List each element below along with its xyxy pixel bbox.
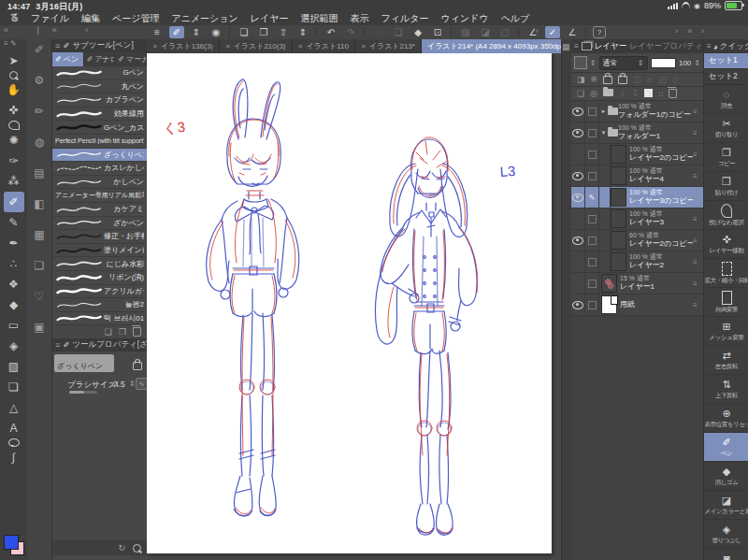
quick-item[interactable]: ◈ 塗りつぶし [704, 520, 748, 549]
brush-list-item[interactable]: 修正・お手軽カケアミ [52, 230, 147, 244]
quick-item[interactable]: ✂ 切り取り [704, 114, 748, 143]
brush-footer-icon[interactable]: ❏ [105, 327, 112, 337]
command-icon[interactable] [585, 27, 587, 37]
layer-row[interactable]: 100 % 通常 レイヤー3 ≡ [571, 208, 703, 230]
layer-row-menu-icon[interactable]: ≡ [693, 172, 703, 180]
layer-option-icon[interactable]: ◰ [659, 75, 668, 84]
color-swatches[interactable] [4, 535, 24, 555]
brush-list-item[interactable]: ざっくりペン [52, 149, 147, 163]
layer-row-menu-icon[interactable]: ≡ [693, 151, 703, 159]
command-icon[interactable]: ◪ [478, 26, 493, 38]
layer-visibility-cell[interactable] [571, 294, 585, 315]
layer-visibility-cell[interactable] [571, 230, 585, 251]
menu-item[interactable]: アニメーション [171, 12, 237, 25]
tab-layer-property[interactable]: レイヤープロパティ [629, 41, 700, 52]
quick-item[interactable]: ◆ 消しゴム [704, 462, 748, 491]
opacity-value[interactable]: 100 [679, 59, 691, 67]
layer-check-cell[interactable] [585, 208, 599, 229]
quick-item[interactable]: ❒ 貼り付け [704, 172, 748, 201]
layer-row[interactable]: 15 % 通常 レイヤー1 ≡ [571, 273, 703, 294]
close-tab-icon[interactable]: ✕ [152, 43, 158, 50]
brush-list-item[interactable]: 丸ペン [52, 80, 147, 94]
folder-expander-icon[interactable]: ▾ [599, 129, 608, 136]
menu-item[interactable]: レイヤー [251, 12, 289, 25]
tool-icon[interactable] [8, 438, 20, 447]
layer-action-icon[interactable] [603, 89, 613, 98]
panel-menu-icon[interactable]: ≡ [574, 42, 579, 50]
palette-dock-icon[interactable]: ⚙ [35, 74, 45, 89]
canvas-tab[interactable]: ✕ イラスト110 [293, 39, 355, 53]
layer-visibility-cell[interactable] [571, 122, 585, 143]
layer-check-cell[interactable]: ✎ [585, 187, 599, 208]
command-icon[interactable]: ∠ [565, 26, 580, 38]
layer-visibility-cell[interactable] [571, 251, 585, 272]
brush-list-item[interactable]: リボン(消) [52, 271, 147, 285]
panel-menu-icon[interactable]: ≡ [707, 42, 712, 50]
brush-list-item[interactable]: Gペン_カスタム [52, 121, 147, 135]
menu-item[interactable]: ヘルプ [501, 12, 530, 25]
tool-icon[interactable]: ∫ [4, 447, 24, 467]
menu-item[interactable]: 選択範囲 [301, 12, 338, 25]
layer-row-menu-icon[interactable]: ≡ [693, 301, 703, 309]
command-icon[interactable]: ▢ [497, 26, 512, 38]
command-icon[interactable]: ⊡ [430, 26, 445, 38]
command-icon[interactable]: ❐ [256, 26, 271, 38]
tool-icon[interactable]: ✜ [4, 100, 24, 121]
canvas-tab[interactable]: ✕ イラスト136(3) [147, 39, 220, 53]
layer-row[interactable]: 100 % 通常 レイヤー2 ≡ [571, 251, 703, 273]
canvas-tab[interactable]: ✕ イラスト210(3) [220, 39, 293, 53]
brush-size-stepper[interactable]: ⇕ [129, 380, 136, 388]
layer-row[interactable]: ▾ 100 % 通常 フォルダー1 ≡ [571, 122, 703, 144]
command-icon[interactable] [364, 27, 366, 37]
foreground-color-swatch[interactable] [4, 535, 19, 550]
menu-item[interactable]: ファイル [31, 12, 69, 25]
subtool-tab[interactable]: ✐マーカー [115, 52, 147, 66]
brush-list-item[interactable]: かしペン [52, 176, 147, 190]
close-tab-icon[interactable]: ✕ [298, 43, 304, 50]
layer-check-cell[interactable] [585, 122, 599, 143]
layer-visibility-cell[interactable] [571, 187, 585, 208]
layer-option-icon[interactable] [618, 76, 627, 84]
quick-item[interactable]: ✜ レイヤー移動 [704, 230, 748, 259]
tool-icon[interactable]: ◆ [4, 294, 24, 315]
brush-list-item[interactable]: カケアミ [52, 203, 147, 217]
quick-item[interactable]: 拡大・縮小・回転 [704, 259, 748, 288]
command-icon[interactable]: ↷ [343, 26, 358, 38]
brush-list-item[interactable]: 効果線用 [52, 108, 147, 122]
layer-check-cell[interactable] [585, 165, 599, 186]
layer-action-icon[interactable]: ◎ [590, 89, 597, 98]
layer-row[interactable]: ▸ 100 % 通常 フォルダー1のコピー ≡ [571, 101, 703, 122]
tool-icon[interactable]: ✐ [4, 192, 24, 212]
layer-row-menu-icon[interactable]: ≡ [693, 129, 703, 137]
thumbnail-stepper[interactable]: ⇕ [590, 59, 597, 67]
tool-icon[interactable]: ❖ [4, 274, 24, 294]
tab-layer[interactable]: レイヤー [595, 41, 627, 52]
opacity-slider[interactable] [651, 58, 676, 68]
layer-row[interactable]: ✎ 100 % 通常 レイヤー3のコピー ≡ [571, 187, 703, 208]
tool-icon[interactable]: ✎ [4, 212, 24, 233]
tool-icon[interactable]: ◈ [4, 336, 24, 356]
brush-list-item[interactable]: カスレかしペン [52, 162, 147, 176]
quick-item[interactable]: ⊞ メッシュ変形 [704, 317, 748, 346]
layer-row[interactable]: 100 % 通常 レイヤー4 ≡ [571, 165, 703, 187]
layer-check-cell[interactable] [585, 251, 599, 272]
brush-size-slider[interactable] [69, 391, 97, 394]
folder-expander-icon[interactable]: ▸ [599, 108, 608, 115]
layer-row-menu-icon[interactable]: ≡ [693, 258, 703, 266]
thumbnail-selector[interactable] [574, 56, 587, 69]
brush-list-item[interactable]: にじみ水彩 [52, 257, 147, 271]
layer-action-icon[interactable]: ↧ [631, 89, 639, 98]
brush-footer-icon[interactable] [133, 327, 141, 337]
layer-option-icon[interactable]: ▱ [647, 75, 654, 84]
palette-strip-icon[interactable]: ▦ [562, 42, 570, 57]
brush-list-item[interactable]: カブラペン [52, 93, 147, 108]
palette-dock-icon[interactable]: ▤ [34, 166, 44, 181]
tool-icon[interactable]: ✋ [4, 79, 24, 100]
command-icon[interactable]: ⇧ [276, 26, 291, 38]
command-icon[interactable]: ▨ [458, 26, 473, 38]
close-tab-icon[interactable]: ✕ [225, 43, 231, 50]
command-icon[interactable]: ◌ [371, 26, 386, 38]
quick-item[interactable]: ◙ クイックマスクの有効化 [704, 549, 748, 560]
layer-option-icon[interactable]: ◫ [633, 75, 641, 84]
panel-menu-icon[interactable]: ≡ [55, 41, 60, 50]
